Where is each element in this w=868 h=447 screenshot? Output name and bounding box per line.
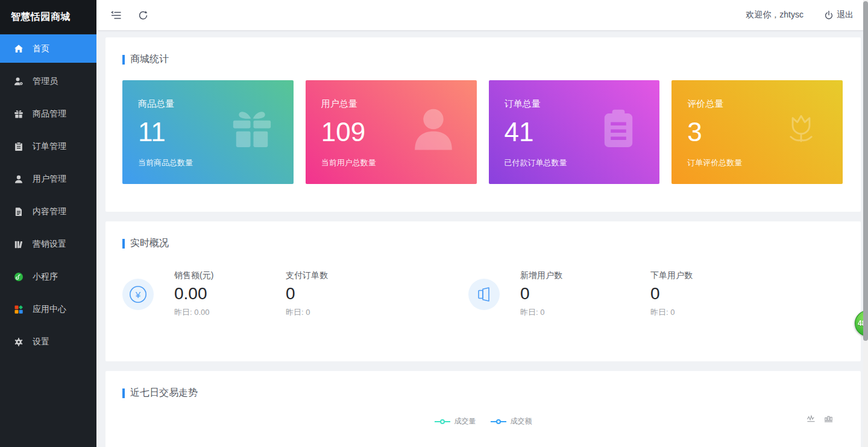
chart-legend: 成交量 成交额 [122, 416, 844, 426]
gift-icon [13, 109, 24, 119]
stat-value: 0 [650, 285, 693, 302]
sidebar-item-label: 内容管理 [33, 206, 66, 217]
section-title-stats: 商城统计 [122, 53, 843, 66]
stat-value: 0.00 [174, 285, 286, 302]
stat-yesterday: 昨日: 0 [286, 307, 468, 318]
legend-item-volume[interactable]: 成交量 [435, 416, 476, 426]
bar-chart-icon[interactable] [824, 414, 833, 426]
panel-realtime-overview: 实时概况 ¥ 销售额(元) 0.00 昨日: 0.00 支付订单数 0 昨日: … [105, 221, 861, 361]
sidebar-item-marketing[interactable]: 营销设置 [0, 230, 96, 258]
gift-icon [227, 105, 277, 157]
books-icon [13, 239, 24, 250]
sidebar-item-users[interactable]: 用户管理 [0, 165, 96, 193]
stat-label: 新增用户数 [520, 270, 650, 281]
gear-icon [13, 337, 24, 347]
stat-value: 0 [286, 285, 468, 302]
svg-text:¥: ¥ [135, 289, 141, 299]
stat-yesterday: 昨日: 0 [650, 307, 693, 318]
stat-label: 销售额(元) [174, 270, 286, 281]
yen-icon: ¥ [122, 279, 154, 310]
collapse-menu-icon[interactable] [110, 8, 123, 22]
stat-card-reviews: 评价总量 3 订单评价总数量 [671, 80, 843, 184]
legend-label: 成交量 [454, 416, 476, 426]
sidebar-item-orders[interactable]: 订单管理 [0, 132, 96, 160]
title-bar-accent [122, 388, 125, 398]
apps-icon [13, 304, 24, 315]
title-bar-accent [122, 239, 125, 249]
logout-button[interactable]: 退出 [824, 10, 854, 21]
chart-toolbox [807, 414, 833, 426]
sidebar-menu: 首页 管理员 商品管理 [0, 34, 96, 356]
section-title-text: 近七日交易走势 [130, 387, 198, 399]
sidebar-item-home[interactable]: 首页 [0, 34, 96, 63]
panel-mall-statistics: 商城统计 商品总量 11 当前商品总数量 用户总量 109 当前用户总数量 [105, 37, 861, 212]
sidebar-item-label: 管理员 [33, 76, 58, 87]
sidebar-item-label: 小程序 [33, 271, 58, 282]
clipboard-icon [13, 141, 24, 152]
person-icon [407, 103, 460, 159]
door-icon [468, 279, 500, 310]
stat-card-users: 用户总量 109 当前用户总数量 [306, 80, 477, 184]
line-chart-icon[interactable] [807, 414, 816, 426]
section-title-trend: 近七日交易走势 [122, 387, 844, 399]
legend-item-amount[interactable]: 成交额 [491, 416, 532, 426]
scrollbar-track[interactable] [863, 0, 868, 447]
overview-stat-paid-orders: 支付订单数 0 昨日: 0 [286, 270, 468, 318]
scrollbar-thumb[interactable] [863, 1, 868, 341]
sidebar-item-label: 首页 [33, 43, 49, 54]
stat-label: 下单用户数 [650, 270, 693, 281]
document-icon [13, 206, 24, 217]
sidebar-item-label: 设置 [33, 337, 49, 347]
stat-card-products: 商品总量 11 当前商品总数量 [122, 80, 294, 184]
logout-label: 退出 [837, 10, 854, 21]
welcome-text: 欢迎你，zhtysc [746, 10, 804, 21]
topbar-right: 欢迎你，zhtysc 退出 [746, 10, 854, 21]
overview-stat-sales: 销售额(元) 0.00 昨日: 0.00 [174, 270, 286, 318]
section-title-text: 实时概况 [130, 237, 169, 250]
stat-card-orders: 订单总量 41 已付款订单总数量 [489, 80, 660, 184]
stat-card-subtitle: 订单评价总数量 [687, 157, 843, 168]
stat-card-subtitle: 当前商品总数量 [138, 157, 294, 168]
app-logo: 智慧恬园商城 [0, 0, 96, 34]
line-marker-icon [435, 421, 450, 422]
power-icon [824, 10, 834, 20]
panel-trend: 近七日交易走势 成交量 成交额 [105, 371, 861, 447]
section-title-overview: 实时概况 [122, 237, 844, 250]
stat-yesterday: 昨日: 0 [520, 307, 650, 318]
topbar: 欢迎你，zhtysc 退出 [96, 0, 868, 30]
refresh-icon[interactable] [136, 8, 149, 22]
overview-row: ¥ 销售额(元) 0.00 昨日: 0.00 支付订单数 0 昨日: 0 新 [122, 270, 844, 318]
legend-label: 成交额 [511, 416, 532, 426]
sidebar-item-admin[interactable]: 管理员 [0, 67, 96, 95]
stat-card-subtitle: 已付款订单总数量 [505, 157, 660, 168]
flower-icon [776, 105, 826, 157]
sidebar-item-label: 订单管理 [33, 141, 66, 152]
miniprogram-icon [13, 271, 24, 282]
stat-cards-row: 商品总量 11 当前商品总数量 用户总量 109 当前用户总数量 [122, 80, 843, 184]
sidebar-item-appcenter[interactable]: 应用中心 [0, 295, 96, 323]
sidebar-item-label: 营销设置 [33, 239, 66, 250]
sidebar-item-label: 应用中心 [33, 304, 66, 315]
home-icon [13, 43, 24, 54]
stat-value: 0 [520, 285, 650, 302]
sidebar-item-content[interactable]: 内容管理 [0, 197, 96, 226]
stat-card-subtitle: 当前用户总数量 [321, 157, 477, 168]
section-title-text: 商城统计 [130, 53, 169, 66]
overview-stat-ordering-users: 下单用户数 0 昨日: 0 [650, 270, 693, 318]
line-marker-icon [491, 421, 506, 422]
sidebar-item-label: 商品管理 [33, 109, 66, 119]
sidebar-item-settings[interactable]: 设置 [0, 328, 96, 356]
sidebar: 智慧恬园商城 首页 管理员 [0, 0, 96, 447]
overview-stat-new-users: 新增用户数 0 昨日: 0 [520, 270, 650, 318]
title-bar-accent [122, 55, 125, 65]
stat-yesterday: 昨日: 0.00 [174, 307, 286, 318]
clipboard-icon [594, 106, 643, 156]
sidebar-item-products[interactable]: 商品管理 [0, 100, 96, 128]
main-content: 商城统计 商品总量 11 当前商品总数量 用户总量 109 当前用户总数量 [96, 30, 868, 447]
user-icon [13, 174, 24, 185]
stat-label: 支付订单数 [286, 270, 468, 281]
admin-icon [13, 76, 24, 87]
sidebar-item-label: 用户管理 [33, 174, 66, 185]
sidebar-item-miniprogram[interactable]: 小程序 [0, 262, 96, 291]
